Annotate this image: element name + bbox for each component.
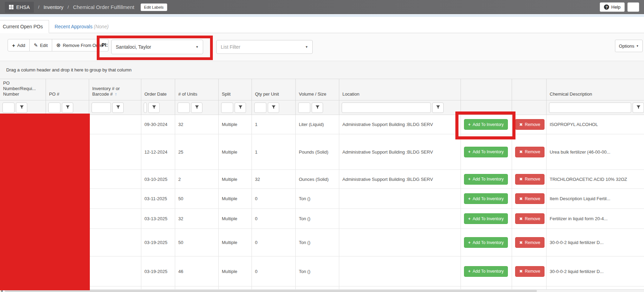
filter-button[interactable] xyxy=(16,103,27,113)
page-title: Chemical Order Fulfillment xyxy=(73,4,134,10)
filter-input[interactable] xyxy=(92,103,111,113)
x-icon: ✖ xyxy=(519,177,523,182)
clipped-edge-button[interactable] xyxy=(627,2,639,12)
column-header[interactable] xyxy=(512,79,546,100)
add-to-inventory-button[interactable]: +Add To Inventory xyxy=(464,147,508,157)
plus-icon: + xyxy=(12,42,15,48)
horizontal-scrollbar[interactable]: ◀ xyxy=(0,289,644,292)
filter-input[interactable] xyxy=(342,103,431,113)
remove-label: Remove xyxy=(525,196,540,201)
remove-button[interactable]: ✖Remove xyxy=(515,237,544,248)
column-header-label: Split xyxy=(222,91,252,97)
filter-button[interactable] xyxy=(112,103,124,113)
orders-grid: PONumber/Requi...NumberPO #Inventory # o… xyxy=(0,79,644,292)
remove-button[interactable]: ✖Remove xyxy=(515,119,544,130)
add-to-inventory-button[interactable]: +Add To Inventory xyxy=(464,266,508,277)
plus-icon: + xyxy=(468,196,471,201)
x-icon: ✖ xyxy=(519,240,523,245)
app-grid-icon xyxy=(9,5,13,9)
add-to-inventory-button[interactable]: +Add To Inventory xyxy=(464,237,508,248)
location-cell xyxy=(339,209,461,228)
qty-per-unit-cell: 32 xyxy=(252,170,295,188)
column-header-label: Order Date xyxy=(144,91,175,97)
add-to-inventory-button[interactable]: +Add To Inventory xyxy=(464,193,508,204)
filter-cell xyxy=(218,100,252,115)
column-header[interactable]: Order Date xyxy=(141,79,175,100)
add-to-inventory-cell: +Add To Inventory xyxy=(461,170,512,188)
column-header[interactable]: Chemical Description xyxy=(546,79,644,100)
chevron-down-icon: ▼ xyxy=(636,45,639,48)
table-row: 03-11-202550Multiple0Ton ()+Add To Inven… xyxy=(0,189,644,209)
split-cell: Multiple xyxy=(218,209,252,228)
tab-recent-approvals[interactable]: Recent Approvals (None) xyxy=(49,20,114,33)
remove-cell: ✖Remove xyxy=(512,256,546,286)
filter-input[interactable] xyxy=(2,103,15,113)
add-to-inventory-button[interactable]: +Add To Inventory xyxy=(464,174,508,185)
order-date-cell: 03-19-2025 xyxy=(141,256,175,286)
inventory-barcode-cell xyxy=(89,189,141,208)
filter-input[interactable] xyxy=(298,103,310,113)
breadcrumb-inventory[interactable]: Inventory xyxy=(44,4,64,10)
add-button[interactable]: + Add xyxy=(8,39,30,51)
help-button[interactable]: ? Help xyxy=(600,2,625,12)
remove-button[interactable]: ✖Remove xyxy=(515,213,544,224)
order-date-cell: 12-12-2024 xyxy=(141,134,175,169)
edit-button[interactable]: ✎ Edit xyxy=(30,39,52,51)
num-units-cell: 50 xyxy=(175,229,218,256)
filter-input[interactable] xyxy=(48,103,60,113)
edit-labels-button[interactable]: Edit Labels xyxy=(141,3,167,11)
app-home-link[interactable]: EHSA xyxy=(5,2,34,13)
grid-header-row: PONumber/Requi...NumberPO #Inventory # o… xyxy=(0,79,644,100)
remove-cell: ✖Remove xyxy=(512,170,546,188)
filter-button[interactable] xyxy=(268,103,279,113)
filter-input[interactable] xyxy=(549,103,631,113)
remove-button[interactable]: ✖Remove xyxy=(515,147,544,157)
filter-button[interactable] xyxy=(191,103,202,113)
filter-button[interactable] xyxy=(312,103,323,113)
annotation-box-add-to-inventory xyxy=(455,111,515,139)
order-date-cell: 03-19-2025 xyxy=(141,229,175,256)
filter-input[interactable] xyxy=(178,103,190,113)
breadcrumb-separator: / xyxy=(38,4,39,10)
breadcrumb-separator: / xyxy=(68,4,69,10)
filter-input[interactable] xyxy=(221,103,233,113)
plus-icon: + xyxy=(468,216,471,221)
filter-button[interactable] xyxy=(235,103,246,113)
plus-icon: + xyxy=(468,177,471,182)
funnel-icon xyxy=(238,105,243,110)
column-header[interactable]: Inventory # orBarcode #↑ xyxy=(89,79,141,100)
filter-input[interactable] xyxy=(144,103,147,113)
tab-recent-approvals-count: (None) xyxy=(94,24,109,29)
qty-per-unit-cell: 0 xyxy=(252,229,295,256)
tab-bar: Current Open POs Recent Approvals (None) xyxy=(0,17,644,33)
filter-button[interactable] xyxy=(148,103,160,113)
column-header[interactable] xyxy=(461,79,512,100)
group-by-drop-zone[interactable]: Drag a column header and drop it here to… xyxy=(0,61,644,79)
filter-input[interactable] xyxy=(254,103,266,113)
list-filter-placeholder: List Filter xyxy=(221,44,240,50)
volume-size-cell: Ton () xyxy=(295,209,339,228)
filter-button[interactable] xyxy=(62,103,73,113)
location-cell xyxy=(339,189,461,208)
plus-icon: + xyxy=(468,149,471,154)
remove-button[interactable]: ✖Remove xyxy=(515,266,544,277)
remove-button[interactable]: ✖Remove xyxy=(515,193,544,204)
remove-cell: ✖Remove xyxy=(512,189,546,208)
filter-button[interactable] xyxy=(633,103,644,113)
tab-current-open-pos[interactable]: Current Open POs xyxy=(0,20,49,33)
list-filter-select[interactable]: List Filter ▼ xyxy=(216,40,313,54)
funnel-icon xyxy=(66,105,70,110)
qty-per-unit-cell: 0 xyxy=(252,256,295,286)
add-to-inventory-button[interactable]: +Add To Inventory xyxy=(464,213,508,224)
column-header[interactable]: Qty per Unit xyxy=(252,79,295,100)
remove-button[interactable]: ✖Remove xyxy=(515,174,544,185)
column-header[interactable]: PONumber/Requi...Number xyxy=(0,79,46,100)
filter-button[interactable] xyxy=(432,103,444,113)
column-header[interactable]: Location xyxy=(339,79,461,100)
column-header[interactable]: Split xyxy=(218,79,252,100)
options-button[interactable]: Options ▼ xyxy=(615,40,643,52)
column-header[interactable]: # of Units xyxy=(175,79,218,100)
column-header[interactable]: Volume / Size xyxy=(295,79,339,100)
volume-size-cell: Ton () xyxy=(295,256,339,286)
column-header[interactable]: PO # xyxy=(46,79,89,100)
